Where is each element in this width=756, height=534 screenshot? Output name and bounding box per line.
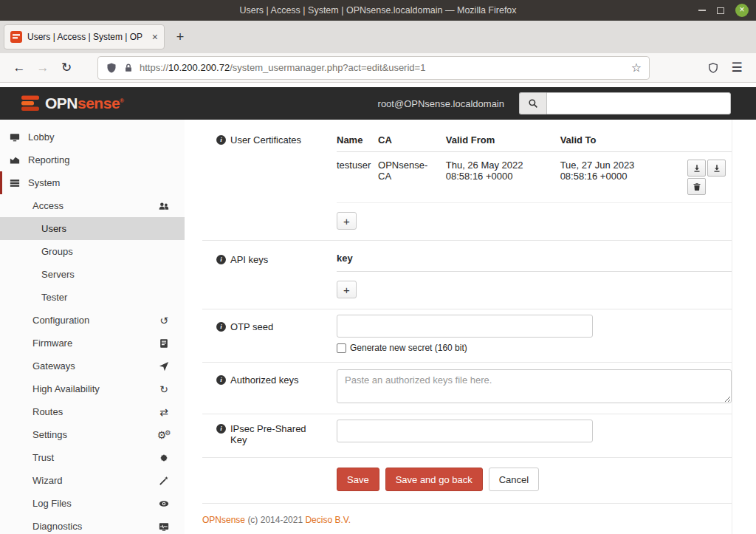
browser-tab[interactable]: Users | Access | System | OP × — [4, 24, 165, 49]
tab-strip: Users | Access | System | OP × + — [0, 21, 756, 53]
url-text: https://10.200.200.72/system_usermanager… — [140, 62, 625, 73]
generate-secret-checkbox[interactable] — [337, 343, 346, 353]
back-button[interactable]: ← — [7, 56, 31, 80]
search-icon — [528, 98, 538, 109]
save-button[interactable]: Save — [337, 468, 379, 491]
opnsense-logo-icon — [21, 94, 40, 113]
menu-button[interactable]: ☰ — [725, 56, 749, 80]
page-layout: Lobby Reporting System Access Users Grou… — [0, 120, 756, 534]
search-button[interactable] — [519, 92, 546, 114]
url-scheme: https:// — [140, 62, 168, 73]
col-header-valid-from: Valid From — [446, 130, 560, 152]
row-otp-seed: i OTP seed Generate new secret (160 bit) — [202, 309, 732, 363]
add-api-key-button[interactable]: + — [337, 281, 357, 298]
page-footer: OPNsense (c) 2014-2021 Deciso B.V. — [202, 515, 351, 525]
copyright-text: (c) 2014-2021 — [247, 515, 303, 525]
sidebar-item-lobby[interactable]: Lobby — [0, 126, 185, 148]
row-user-certificates: i User Certificates Name CA Valid From V… — [202, 120, 732, 241]
tracking-shield-icon[interactable] — [106, 62, 117, 74]
authorized-keys-textarea[interactable] — [337, 369, 732, 403]
pulse-monitor-icon — [157, 521, 171, 532]
maximize-button[interactable] — [717, 7, 724, 14]
gears-icon: ⚙⚙ — [157, 430, 171, 440]
col-header-valid-to: Valid To — [560, 130, 673, 152]
ipsec-psk-input[interactable] — [337, 420, 593, 442]
url-bar[interactable]: https://10.200.200.72/system_usermanager… — [97, 56, 650, 80]
certificates-table: Name CA Valid From Valid To testuser OPN… — [337, 130, 732, 203]
lock-icon[interactable] — [123, 63, 134, 73]
sidebar-item-reporting[interactable]: Reporting — [0, 148, 185, 171]
field-label: OTP seed — [230, 321, 273, 332]
row-api-keys: i API keys key + — [202, 241, 732, 309]
checkbox-label: Generate new secret (160 bit) — [350, 343, 467, 353]
firmware-icon — [157, 338, 171, 349]
tab-close-icon[interactable]: × — [152, 32, 158, 42]
opnsense-logo[interactable]: OPNsense® — [21, 94, 123, 113]
back-icon: ← — [13, 61, 26, 75]
add-certificate-button[interactable]: + — [337, 212, 357, 230]
sidebar-item-servers[interactable]: Servers — [0, 263, 185, 286]
export-key-button[interactable] — [707, 160, 726, 177]
cancel-button[interactable]: Cancel — [489, 468, 539, 491]
sidebar-item-trust[interactable]: Trust — [0, 446, 185, 469]
search-input[interactable] — [546, 92, 731, 114]
cert-valid-to: Tue, 27 Jun 2023 08:58:16 +0000 — [560, 152, 673, 203]
api-key-column-header: key — [337, 242, 732, 272]
opnsense-favicon-icon — [10, 31, 22, 43]
opnsense-link[interactable]: OPNsense — [202, 515, 245, 525]
header-search — [519, 92, 731, 114]
maximize-icon — [717, 7, 724, 14]
save-and-go-back-button[interactable]: Save and go back — [385, 468, 483, 491]
export-cert-button[interactable] — [687, 160, 706, 177]
info-icon: i — [216, 375, 226, 385]
info-icon: i — [216, 135, 226, 145]
new-tab-button[interactable]: + — [169, 26, 191, 48]
users-icon — [157, 201, 171, 211]
url-path: /system_usermanager.php?act=edit&userid=… — [230, 62, 425, 73]
sidebar-item-diagnostics[interactable]: Diagnostics — [0, 515, 185, 534]
refresh-icon: ↻ — [157, 384, 171, 394]
sidebar-item-gateways[interactable]: Gateways — [0, 355, 185, 377]
forward-icon: → — [37, 61, 49, 75]
minimize-button[interactable] — [698, 10, 706, 11]
list-icon — [9, 178, 21, 188]
wand-icon — [157, 476, 171, 486]
field-label: Authorized keys — [230, 374, 299, 386]
sidebar-item-tester[interactable]: Tester — [0, 286, 185, 309]
sidebar-item-firmware[interactable]: Firmware — [0, 332, 185, 355]
eye-icon — [157, 499, 171, 509]
close-icon: × — [739, 4, 744, 15]
sidebar: Lobby Reporting System Access Users Grou… — [0, 120, 185, 534]
delete-cert-button[interactable] — [687, 178, 706, 195]
sidebar-item-access[interactable]: Access — [0, 194, 185, 217]
send-icon — [157, 361, 171, 372]
otp-seed-input[interactable] — [337, 315, 593, 338]
deciso-link[interactable]: Deciso B.V. — [305, 515, 351, 525]
cert-ca: OPNsense-CA — [378, 152, 446, 203]
reload-icon: ↻ — [61, 60, 72, 75]
sidebar-item-log-files[interactable]: Log Files — [0, 492, 185, 515]
main-content: i User Certificates Name CA Valid From V… — [185, 120, 756, 534]
shuffle-icon: ⇄ — [157, 407, 171, 417]
close-window-button[interactable]: × — [735, 4, 749, 17]
row-actions: Save Save and go back Cancel — [202, 458, 732, 504]
history-icon: ↺ — [157, 315, 171, 326]
sidebar-item-settings[interactable]: Settings ⚙⚙ — [0, 423, 185, 446]
sidebar-item-system[interactable]: System — [0, 171, 185, 194]
sidebar-item-groups[interactable]: Groups — [0, 240, 185, 263]
sidebar-item-configuration[interactable]: Configuration ↺ — [0, 309, 185, 332]
sidebar-item-wizard[interactable]: Wizard — [0, 469, 185, 492]
forward-button[interactable]: → — [31, 56, 55, 80]
sidebar-item-routes[interactable]: Routes ⇄ — [0, 400, 185, 423]
info-icon: i — [216, 255, 226, 264]
reload-button[interactable]: ↻ — [55, 56, 78, 80]
cert-valid-from: Thu, 26 May 2022 08:58:16 +0000 — [446, 152, 560, 203]
page-content: OPNsense® root@OPNsense.localdomain Lobb… — [0, 83, 756, 534]
tab-title: Users | Access | System | OP — [27, 32, 147, 42]
area-chart-icon — [9, 155, 21, 165]
plus-icon: + — [343, 284, 350, 296]
sidebar-item-users[interactable]: Users — [0, 217, 185, 240]
account-shield-button[interactable] — [701, 56, 725, 80]
bookmark-star-icon[interactable]: ☆ — [631, 61, 642, 75]
sidebar-item-high-availability[interactable]: High Availability ↻ — [0, 377, 185, 400]
